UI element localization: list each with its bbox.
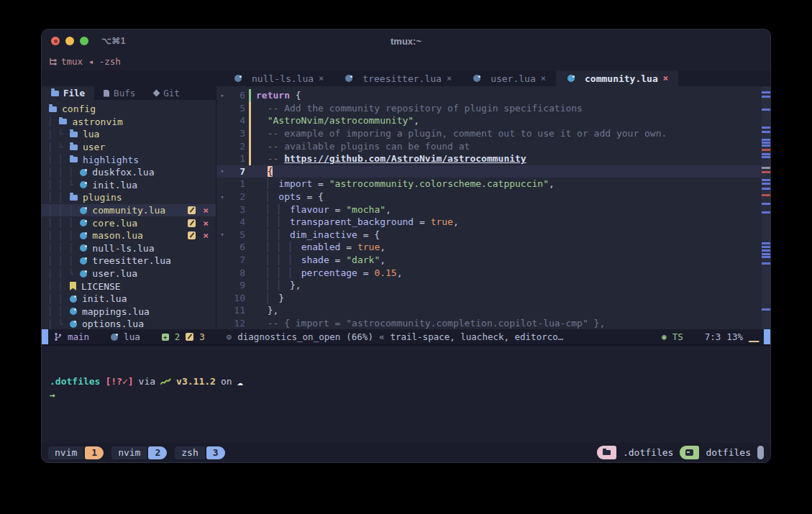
- tree-item-label: LICENSE: [81, 281, 121, 292]
- lua-icon: [80, 169, 87, 176]
- minimap-mark: [762, 153, 770, 155]
- shell-prompt-line: .dotfiles [!?✓] via v3.11.2 on ☁: [50, 375, 770, 388]
- shell-input-line[interactable]: →: [50, 388, 770, 402]
- close-icon[interactable]: ×: [319, 73, 324, 83]
- tree-item-init.lua[interactable]: │ │ init.lua: [42, 293, 216, 306]
- code-line[interactable]: 4 "AstroNvim/astrocommunity",: [216, 114, 770, 127]
- tree-item-label: core.lua: [92, 218, 137, 229]
- fold-icon[interactable]: ▾: [216, 193, 228, 201]
- tree-item-label: config: [62, 104, 96, 114]
- zoom-window-button[interactable]: [80, 37, 88, 45]
- lua-icon: [80, 232, 87, 239]
- fold-icon[interactable]: ▾: [216, 167, 228, 175]
- tree-item-lua[interactable]: │ └ lua: [42, 128, 216, 141]
- git-sign: [249, 292, 251, 305]
- minimap-mark: [762, 109, 770, 111]
- line-number: 7: [228, 166, 245, 177]
- tmux-window-nvim-1[interactable]: nvim 1: [48, 446, 104, 459]
- buffer-tab-community.lua[interactable]: community.lua×: [556, 70, 678, 86]
- code-text: ▏ ▏ transparent_background = true,: [256, 216, 459, 227]
- prompt-via-label: via: [139, 376, 155, 387]
- tree-indent-guides: │ └: [47, 129, 68, 139]
- lua-icon: [345, 75, 352, 82]
- code-line[interactable]: 7 ▏ ▏ ▏ shade = "dark",: [216, 254, 770, 267]
- close-icon[interactable]: ×: [203, 231, 209, 239]
- tree-item-null-ls.lua[interactable]: │ │ │ null-ls.lua: [42, 242, 216, 255]
- tree-item-init.lua[interactable]: │ │ └ init.lua: [42, 179, 216, 192]
- scrollbar-minimap[interactable]: [762, 86, 770, 329]
- fold-icon[interactable]: ▾: [216, 231, 228, 238]
- tmux-session-row[interactable]: tmux ◂ -zsh: [42, 52, 770, 70]
- tree-item-badges: ×: [188, 206, 209, 214]
- minimap-mark: [762, 211, 770, 214]
- code-text: return {: [256, 90, 301, 101]
- nvim-pane: null-ls.lua×treesitter.lua×user.lua×comm…: [42, 70, 770, 344]
- git-sign: [249, 279, 251, 292]
- tree-item-user[interactable]: │ └ user: [42, 141, 216, 154]
- code-line[interactable]: 1 -- https://github.com/AstroNvim/astroc…: [216, 152, 770, 165]
- neotree-tab-git[interactable]: Git: [145, 86, 189, 100]
- file-tree: config│ astronvim│ └ lua│ └ user│ │ high…: [42, 100, 216, 329]
- code-line[interactable]: 11 },: [216, 304, 770, 317]
- close-icon[interactable]: ×: [203, 206, 209, 214]
- close-icon[interactable]: ×: [447, 73, 452, 83]
- code-text: ▏ opts = {: [256, 191, 324, 202]
- tree-item-highlights[interactable]: │ │ highlights: [42, 153, 216, 166]
- close-icon[interactable]: ×: [663, 73, 668, 83]
- tree-item-duskfox.lua[interactable]: │ │ │ duskfox.lua: [42, 166, 216, 179]
- code-line[interactable]: 10 ▏ }: [216, 292, 770, 305]
- code-text: "AstroNvim/astrocommunity",: [256, 115, 419, 126]
- shell-pane[interactable]: .dotfiles [!?✓] via v3.11.2 on ☁ →: [42, 346, 770, 444]
- window-shortcut-label: ⌥⌘1: [101, 36, 126, 46]
- tree-item-user.lua[interactable]: │ │ └ user.lua: [42, 267, 216, 280]
- git-sign: [249, 191, 251, 203]
- tree-item-community.lua[interactable]: │ │ │ community.lua×: [42, 204, 216, 217]
- code-line[interactable]: 3 ▏ ▏ flavour = "mocha",: [216, 203, 770, 216]
- fold-icon[interactable]: ▾: [216, 92, 228, 99]
- code-line[interactable]: 9 ▏ ▏ },: [216, 279, 770, 292]
- code-line[interactable]: 5 -- Add the community repository of plu…: [216, 102, 770, 115]
- git-branch-name[interactable]: main: [68, 331, 89, 342]
- neotree-tab-file[interactable]: File: [42, 86, 94, 100]
- close-icon[interactable]: ×: [203, 219, 209, 227]
- tmux-window-zsh-3[interactable]: zsh 3: [175, 446, 224, 459]
- tmux-window-nvim-2[interactable]: nvim 2: [111, 446, 167, 459]
- tree-item-treesitter.lua[interactable]: │ │ │ treesitter.lua: [42, 254, 216, 267]
- code-line[interactable]: 8 ▏ ▏ ▏ percentage = 0.15,: [216, 266, 770, 279]
- tree-item-config[interactable]: config: [42, 103, 216, 116]
- code-line[interactable]: 2 -- available plugins can be found at: [216, 139, 770, 152]
- code-line[interactable]: 4 ▏ ▏ transparent_background = true,: [216, 216, 770, 229]
- close-icon[interactable]: ×: [541, 73, 546, 83]
- code-text: {: [256, 166, 273, 177]
- git-branch-icon: [54, 332, 62, 341]
- code-line[interactable]: 3 -- example of imporing a plugin, comme…: [216, 127, 770, 140]
- code-line[interactable]: 6 ▏ ▏ ▏ enabled = true,: [216, 241, 770, 254]
- tree-item-mappings.lua[interactable]: │ │ mappings.lua: [42, 306, 216, 318]
- buffer-tab-treesitter.lua[interactable]: treesitter.lua×: [334, 70, 462, 86]
- lua-icon: [80, 181, 87, 188]
- neotree-tab-bufs[interactable]: Bufs: [94, 86, 145, 100]
- tree-item-plugins[interactable]: │ │ plugins: [42, 191, 216, 204]
- code-line[interactable]: 12 -- { import = "astrocommunity.complet…: [216, 317, 770, 329]
- code-line[interactable]: ▾2 ▏ opts = {: [216, 191, 770, 203]
- code-editor[interactable]: ▾6return {5 -- Add the community reposit…: [216, 86, 770, 329]
- tree-item-astronvim[interactable]: │ astronvim: [42, 116, 216, 129]
- tree-item-core.lua[interactable]: │ │ │ core.lua×: [42, 216, 216, 229]
- buffer-tab-user.lua[interactable]: user.lua×: [462, 70, 556, 86]
- minimize-window-button[interactable]: [65, 37, 74, 45]
- tree-item-mason.lua[interactable]: │ │ │ mason.lua×: [42, 229, 216, 242]
- tree-item-options.lua[interactable]: │ └ options.lua: [42, 318, 216, 329]
- close-window-button[interactable]: [51, 37, 60, 45]
- lua-icon: [111, 334, 118, 341]
- git-sign: [249, 102, 251, 115]
- line-number: 12: [228, 318, 245, 329]
- code-line[interactable]: ▾7 {: [216, 165, 770, 178]
- code-line[interactable]: ▾5 ▏ ▏ dim_inactive = {: [216, 229, 770, 242]
- tree-item-LICENSE[interactable]: │ │ LICENSE: [42, 280, 216, 293]
- code-text: ▏ ▏ ▏ shade = "dark",: [256, 254, 386, 265]
- git-sign: [249, 254, 251, 267]
- code-line[interactable]: 1 ▏ import = "astrocommunity.colorscheme…: [216, 178, 770, 191]
- buffer-tab-null-ls.lua[interactable]: null-ls.lua×: [223, 70, 334, 86]
- minimap-mark: [762, 142, 770, 144]
- code-line[interactable]: ▾6return {: [216, 89, 770, 102]
